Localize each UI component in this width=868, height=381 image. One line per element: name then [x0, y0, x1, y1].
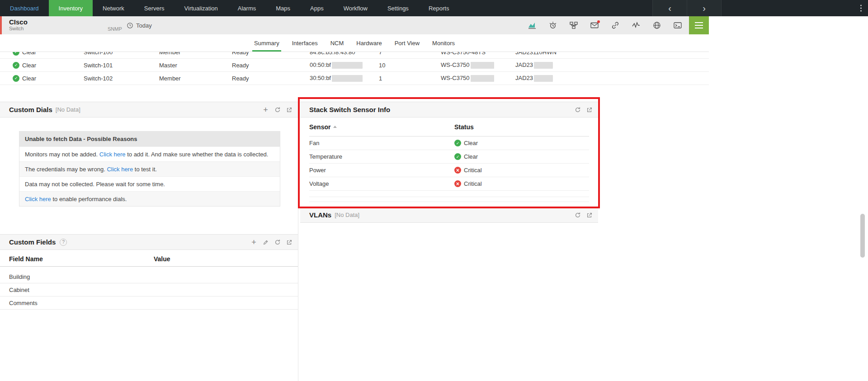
- status-label: Clear: [22, 62, 36, 69]
- sensor-column-label: Sensor: [309, 123, 330, 131]
- panel-actions: [250, 239, 292, 245]
- severity-accent-bar: [0, 16, 2, 34]
- menu-button[interactable]: [689, 16, 709, 34]
- nav-item-dashboard[interactable]: Dashboard: [0, 0, 49, 16]
- top-nav: Dashboard Inventory Network Servers Virt…: [0, 0, 868, 16]
- link-icon[interactable]: [610, 20, 620, 30]
- redacted-text: [534, 62, 553, 69]
- sensor-table-header: Sensor Status: [309, 118, 589, 136]
- panel-actions: [574, 106, 593, 113]
- refresh-button[interactable]: [274, 106, 281, 113]
- model-text: WS-C3750-48TS: [441, 52, 486, 56]
- clear-status-icon: [13, 52, 19, 56]
- tab-interfaces[interactable]: Interfaces: [286, 34, 324, 52]
- switch-state: Ready: [232, 52, 310, 56]
- status-cell: Critical: [454, 167, 482, 174]
- nav-scroll-right-button[interactable]: [687, 0, 721, 16]
- expand-button[interactable]: [586, 212, 593, 218]
- status-label: Clear: [464, 140, 478, 146]
- column-header-sensor[interactable]: Sensor: [309, 123, 454, 131]
- switch-name: Switch-101: [84, 62, 159, 69]
- redacted-text: [332, 75, 363, 82]
- reason-text: The credentials may be wrong.: [25, 166, 107, 173]
- device-name: CIsco: [9, 18, 28, 26]
- sensor-name: Temperature: [309, 153, 454, 160]
- click-here-link[interactable]: Click here: [99, 151, 126, 158]
- nav-item-apps[interactable]: Apps: [300, 0, 334, 16]
- add-field-button[interactable]: [250, 239, 257, 245]
- mail-icon[interactable]: [590, 20, 599, 30]
- field-name: Cabinet: [9, 287, 154, 293]
- tab-summary[interactable]: Summary: [248, 34, 286, 52]
- refresh-button[interactable]: [574, 212, 581, 218]
- no-data-reasons-box: Unable to fetch Data - Possible Reasons …: [19, 131, 280, 207]
- vlans-panel: VLANs [No Data]: [300, 207, 598, 223]
- expand-button[interactable]: [286, 106, 292, 113]
- edit-button[interactable]: [262, 239, 269, 245]
- device-tab-bar: Summary Interfaces NCM Hardware Port Vie…: [0, 34, 709, 52]
- performance-chart-icon[interactable]: [527, 20, 537, 30]
- overflow-menu-icon[interactable]: [859, 3, 863, 14]
- mac-address: 30:50:bf: [310, 75, 379, 82]
- switch-state: Ready: [232, 62, 310, 69]
- expand-button[interactable]: [586, 106, 593, 113]
- click-here-link[interactable]: Click here: [107, 166, 133, 173]
- switch-state: Ready: [232, 75, 310, 82]
- reason-row: Data may not be collected. Please wait f…: [19, 176, 280, 191]
- nav-item-network[interactable]: Network: [93, 0, 134, 16]
- reason-row: The credentials may be wrong. Click here…: [19, 161, 280, 176]
- nav-item-alarms[interactable]: Alarms: [228, 0, 266, 16]
- reason-text: to test it.: [133, 166, 157, 173]
- status-cell: Clear: [454, 140, 478, 146]
- stack-member-row: Clear Switch-101 Master Ready 00:50:bf 1…: [0, 59, 709, 72]
- status-cell: Clear: [13, 62, 84, 69]
- tab-monitors[interactable]: Monitors: [426, 34, 461, 52]
- port-count: 7: [379, 52, 441, 56]
- nav-item-inventory[interactable]: Inventory: [49, 0, 93, 16]
- expand-button[interactable]: [286, 239, 292, 245]
- time-range-selector[interactable]: Today: [127, 16, 152, 34]
- sparkline-icon[interactable]: [631, 20, 641, 30]
- refresh-button[interactable]: [574, 106, 581, 113]
- tab-ncm[interactable]: NCM: [324, 34, 350, 52]
- nav-item-maps[interactable]: Maps: [266, 0, 300, 16]
- tab-hardware[interactable]: Hardware: [350, 34, 388, 52]
- vlans-header: VLANs [No Data]: [300, 207, 598, 223]
- notification-dot: [597, 20, 600, 23]
- add-dial-button[interactable]: [262, 106, 269, 113]
- custom-dials-title: Custom Dials: [9, 106, 52, 113]
- sensor-table: Sensor Status Fan Clear Temperature Clea…: [300, 118, 598, 202]
- mac-address: 00:50:bf: [310, 61, 379, 69]
- reason-text: to enable performance dials.: [51, 196, 127, 202]
- empty-table-row: [309, 197, 589, 202]
- model: WS-C3750-48TS: [441, 52, 515, 56]
- alarm-icon[interactable]: [548, 20, 558, 30]
- sensor-panel-title: Stack Switch Sensor Info: [309, 106, 390, 113]
- nav-item-reports[interactable]: Reports: [419, 0, 459, 16]
- custom-fields-table-header: Field Name Value: [0, 251, 298, 267]
- custom-fields-rows: Building Cabinet Comments: [0, 270, 298, 310]
- vertical-scrollbar[interactable]: [860, 214, 865, 258]
- device-title-block: CIsco Switch: [9, 18, 28, 32]
- custom-dials-panel: Custom Dials [No Data]: [0, 102, 298, 118]
- mac-text: 00:50:bf: [310, 61, 331, 68]
- reason-row: Click here to enable performance dials.: [19, 191, 280, 206]
- field-row: Cabinet: [0, 283, 298, 296]
- globe-icon[interactable]: [652, 20, 662, 30]
- switch-role: Member: [159, 52, 232, 56]
- refresh-button[interactable]: [274, 239, 281, 245]
- nav-item-servers[interactable]: Servers: [134, 0, 175, 16]
- click-here-link[interactable]: Click here: [25, 196, 51, 202]
- field-row: Building: [0, 270, 298, 283]
- port-count: 10: [379, 62, 441, 69]
- sensor-row: Power Critical: [309, 164, 589, 177]
- tab-port-view[interactable]: Port View: [388, 34, 426, 52]
- nav-item-workflow[interactable]: Workflow: [334, 0, 377, 16]
- help-icon[interactable]: [60, 239, 67, 246]
- nav-item-virtualization[interactable]: Virtualization: [175, 0, 228, 16]
- nav-scroll-left-button[interactable]: [653, 0, 687, 16]
- terminal-icon[interactable]: [673, 20, 683, 30]
- nav-item-settings[interactable]: Settings: [377, 0, 419, 16]
- sensor-row: Fan Clear: [309, 136, 589, 150]
- topology-icon[interactable]: [569, 20, 579, 30]
